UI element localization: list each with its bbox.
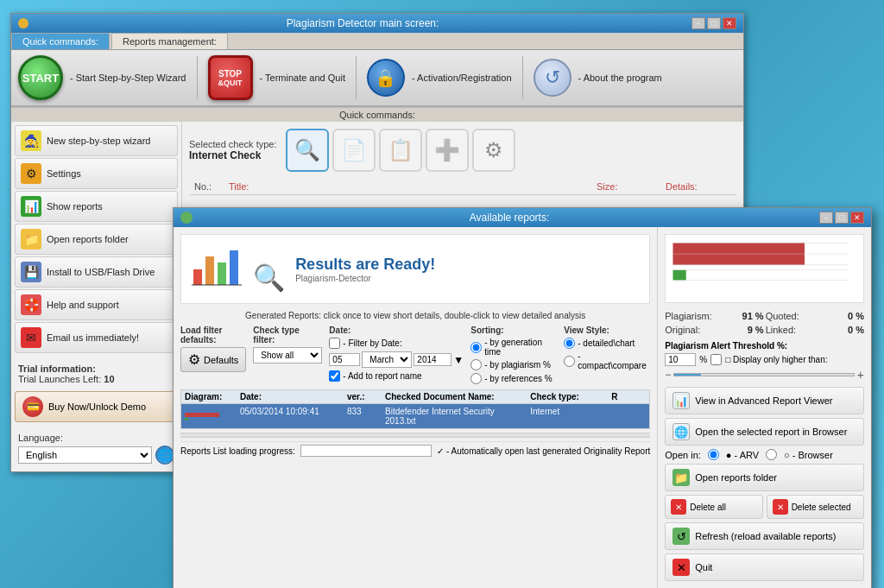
check-type-filter-select[interactable]: Show all [253,347,322,364]
sort-gen-row: - by generation time [470,338,557,357]
delete-selected-icon: ✕ [773,499,788,515]
view-detailed-row: - detailed\chart [564,338,650,349]
defaults-button[interactable]: ⚙ Defaults [180,347,246,372]
separator-2 [356,56,357,99]
quoted-stat: Quoted: 0 % [766,310,864,322]
stop-label: - Terminate and Quit [260,73,345,83]
reports-body: 🔍 Results are Ready! Plagiarism-Detector… [174,227,871,588]
email-icon: ✉ [21,327,41,348]
load-defaults-group: Load filter defaults: ⚙ Defaults [180,326,246,372]
delete-all-button[interactable]: ✕ Delete all [665,495,762,519]
filter-by-date-checkbox[interactable] [329,338,340,349]
results-text: Results are Ready! Plagiarism-Detector [295,256,435,283]
show-reports-icon: 📊 [21,196,41,217]
date-dropdown-icon[interactable]: ▼ [453,354,464,366]
sidebar-item-open-folder[interactable]: 📁 Open reports folder [15,224,178,255]
diagram-bar-red [185,413,219,417]
open-in-arv-radio[interactable] [708,449,719,460]
threshold-input[interactable] [665,353,696,366]
sidebar-item-help[interactable]: 🛟 Help and support [15,289,178,320]
install-usb-icon: 💾 [21,262,41,282]
svg-rect-2 [218,262,226,285]
view-detailed-radio[interactable] [564,338,575,349]
defaults-icon: ⚙ [188,351,200,368]
sort-ref-radio[interactable] [470,373,482,384]
svg-rect-0 [193,269,202,285]
date-year-input[interactable] [414,353,451,366]
check-icon-internet[interactable]: 🔍 [286,129,329,172]
slider-minus-icon[interactable]: − [665,369,671,381]
start-label: - Start Step-by-Step Wizard [70,73,186,83]
progress-bar [300,445,432,457]
trial-info: Trial information: Trial Launches Left: … [15,360,178,388]
report-table-row[interactable]: 05/03/2014 10:09:41 833 Bitdefender Inte… [181,404,649,428]
tab-reports-management[interactable]: Reports management: [111,33,228,49]
refresh-button[interactable]: ↺ Refresh (reload available reports) [665,522,864,550]
diagram-cell [185,407,237,426]
report-scrollbar[interactable] [180,433,650,438]
globe-button[interactable]: 🌐 [155,446,174,465]
open-in-browser-radio[interactable] [766,449,777,460]
reports-close-button[interactable]: ✕ [850,212,864,224]
svg-rect-6 [673,270,686,281]
language-select[interactable]: English [18,446,152,464]
svg-rect-1 [205,256,214,285]
check-icon-file[interactable]: 📄 [332,129,376,172]
toolbar-tabs: Quick commands: Reports management: [11,33,743,50]
start-button[interactable]: START [18,55,63,100]
view-advanced-icon: 📊 [672,392,690,409]
threshold-section: Plagiarism Alert Threshold %: % □ Displa… [665,341,864,382]
sidebar-item-email[interactable]: ✉ Email us immediately! [15,322,178,353]
activation-button[interactable]: 🔒 [367,59,405,97]
about-button[interactable]: ↺ [534,59,571,97]
open-browser-icon: 🌐 [672,423,690,440]
open-reports-folder-button[interactable]: 📁 Open reports folder [665,464,864,491]
open-folder-icon: 📁 [672,469,690,486]
stats-grid: Plagiarism: 91 % Quoted: 0 % Original: 9… [665,310,864,336]
sort-plag-radio[interactable] [470,359,482,370]
date-day-input[interactable] [329,353,360,366]
check-icon-settings[interactable]: ⚙ [472,129,515,172]
open-folder-icon: 📁 [21,229,41,250]
reports-title-icon [180,212,193,224]
open-in-row: Open in: ● - ARV ○ - Browser [665,449,864,460]
threshold-slider[interactable] [673,373,855,376]
restore-button[interactable]: □ [707,17,721,29]
chart-area [665,234,864,303]
sidebar-item-show-reports[interactable]: 📊 Show reports [15,191,178,222]
sidebar-item-settings[interactable]: ⚙ Settings [15,158,178,189]
threshold-row: % □ Display only higher than: [665,353,864,366]
sidebar-item-wizard[interactable]: 🧙 New step-by-step wizard [15,125,178,156]
date-month-select[interactable]: March [362,351,412,368]
svg-rect-3 [230,250,238,285]
tab-quick-commands[interactable]: Quick commands: [11,33,110,49]
help-icon: 🛟 [21,294,41,315]
check-icon-add[interactable]: ➕ [426,129,469,172]
check-icon-doc[interactable]: 📋 [379,129,422,172]
sidebar-item-install-usb[interactable]: 💾 Install to USB/Flash Drive [15,256,178,288]
reports-minimize-button[interactable]: − [819,212,833,224]
slider-row: − + [665,368,864,382]
separator-3 [522,56,523,99]
reports-right-panel: Plagiarism: 91 % Quoted: 0 % Original: 9… [658,227,871,588]
threshold-display-checkbox[interactable] [710,354,722,365]
view-compact-radio[interactable] [564,356,575,367]
stop-quit-button[interactable]: STOP &QUIT [208,55,253,100]
check-icons: 🔍 📄 📋 ➕ ⚙ [286,129,515,172]
results-icon: 🔍 [192,243,285,294]
reports-restore-button[interactable]: □ [835,212,849,224]
filter-row: Load filter defaults: ⚙ Defaults Check t… [180,326,650,384]
buy-now-button[interactable]: 💳 Buy Now/Unlock Demo [15,391,178,422]
results-chart-icon [192,243,243,287]
delete-all-icon: ✕ [671,499,686,515]
add-to-report-checkbox[interactable] [329,370,340,382]
close-button[interactable]: ✕ [723,17,736,29]
view-advanced-button[interactable]: 📊 View in Advanced Report Viewer [665,387,864,414]
delete-selected-button[interactable]: ✕ Delete selected [767,495,864,519]
sort-gen-radio[interactable] [470,342,482,353]
open-browser-button[interactable]: 🌐 Open the selected report in Browser [665,418,864,446]
quit-button[interactable]: ✕ Quit [665,553,864,581]
minimize-button[interactable]: − [691,17,705,29]
slider-plus-icon[interactable]: + [857,368,864,382]
reports-titlebar: Available reports: − □ ✕ [174,208,871,227]
